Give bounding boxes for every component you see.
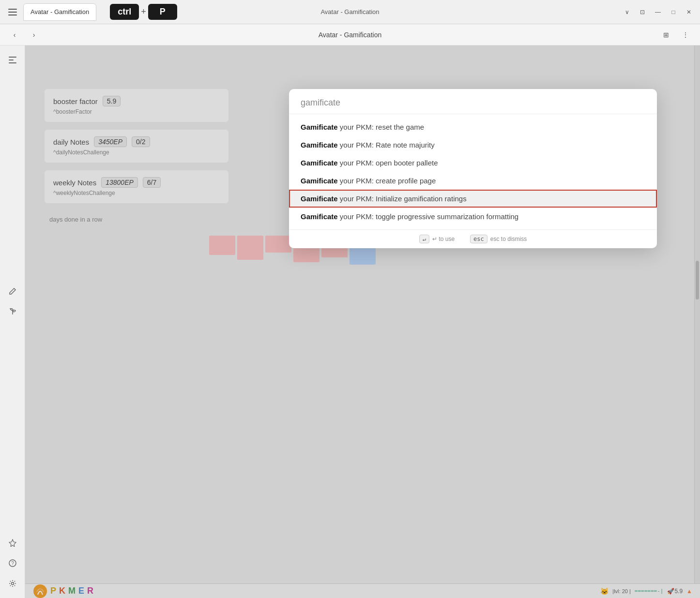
- cp-item-5-bold: Gamificate: [301, 194, 338, 203]
- esc-key-icon: esc: [470, 235, 487, 243]
- forward-button[interactable]: ›: [27, 28, 41, 42]
- sidebar-icon-plant[interactable]: [4, 303, 21, 320]
- cp-item-3-bold: Gamificate: [301, 159, 338, 167]
- window-title: Avatar - Gamification: [320, 8, 379, 15]
- sidebar-toggle-button[interactable]: [6, 5, 19, 19]
- cp-item-6-bold: Gamificate: [301, 212, 338, 221]
- enter-key-icon: ↵: [419, 235, 429, 243]
- cp-item-1-bold: Gamificate: [301, 123, 338, 131]
- cp-item-1-rest: your PKM: reset the game: [338, 123, 424, 131]
- left-sidebar: ?: [0, 45, 25, 598]
- command-palette: gamificate Gamificate your PKM: reset th…: [289, 89, 657, 248]
- minimize-button[interactable]: —: [653, 7, 663, 17]
- svg-rect-3: [9, 57, 16, 58]
- ctrl-key: ctrl: [110, 4, 139, 20]
- p-key: P: [148, 4, 177, 20]
- cp-item-2-bold: Gamificate: [301, 141, 338, 149]
- sidebar-icon-pin[interactable]: [4, 534, 21, 552]
- to-dismiss-label: esc to dismiss: [490, 236, 527, 242]
- cp-item-4-bold: Gamificate: [301, 177, 338, 185]
- svg-rect-5: [9, 62, 16, 63]
- cp-item-6-rest: your PKM: toggle progressive summarizati…: [338, 212, 518, 221]
- svg-text:?: ?: [11, 561, 14, 566]
- more-options-button[interactable]: ⋮: [679, 28, 692, 42]
- title-bar: Avatar - Gamification ctrl + P Avatar - …: [0, 0, 700, 24]
- tab-avatar-gamification[interactable]: Avatar - Gamification: [23, 3, 96, 21]
- sidebar-icon-settings[interactable]: [4, 575, 21, 592]
- window-controls: ∨ ⊡ — □ ✕: [622, 7, 694, 17]
- cp-item-3-rest: your PKM: open booter pallete: [338, 159, 438, 167]
- main-layout: ? booster factor 5.9 ^boosterFactor: [0, 45, 700, 598]
- cp-item-1[interactable]: Gamificate your PKM: reset the game: [289, 118, 657, 136]
- cp-item-6[interactable]: Gamificate your PKM: toggle progressive …: [289, 208, 657, 225]
- title-bar-left: Avatar - Gamification ctrl + P: [6, 3, 177, 21]
- content-area: booster factor 5.9 ^boosterFactor daily …: [25, 45, 700, 598]
- close-button[interactable]: ✕: [684, 7, 694, 17]
- command-palette-results: Gamificate your PKM: reset the game Gami…: [289, 114, 657, 229]
- toolbar-title: Avatar - Gamification: [319, 31, 381, 39]
- sidebar-icon-help[interactable]: ?: [4, 554, 21, 572]
- svg-rect-4: [9, 60, 14, 60]
- cp-item-4-rest: your PKM: create profile page: [338, 177, 436, 185]
- cp-item-2-rest: your PKM: Rate note majurity: [338, 141, 435, 149]
- sidebar-icon-menu[interactable]: [4, 51, 21, 69]
- back-button[interactable]: ‹: [8, 28, 21, 42]
- svg-rect-0: [8, 9, 17, 10]
- command-palette-footer: ↵ ↵ to use esc esc to dismiss: [289, 229, 657, 248]
- cp-item-3[interactable]: Gamificate your PKM: open booter pallete: [289, 154, 657, 172]
- tab-label: Avatar - Gamification: [30, 8, 89, 15]
- reader-view-button[interactable]: ⊞: [659, 28, 673, 42]
- chevron-down-button[interactable]: ∨: [622, 7, 632, 17]
- cp-item-5-selected[interactable]: Gamificate your PKM: Initialize gamifica…: [289, 190, 657, 208]
- svg-rect-2: [8, 15, 17, 15]
- toolbar: ‹ › Avatar - Gamification ⊞ ⋮: [0, 24, 700, 45]
- cp-item-5-rest: your PKM: Initialize gamification rating…: [338, 194, 467, 203]
- svg-point-8: [11, 583, 14, 585]
- svg-rect-1: [8, 12, 17, 13]
- cp-item-2[interactable]: Gamificate your PKM: Rate note majurity: [289, 136, 657, 154]
- command-palette-search[interactable]: gamificate: [289, 89, 657, 114]
- to-use-label: ↵ to use: [432, 236, 455, 242]
- key-combo-display: ctrl + P: [110, 4, 177, 20]
- sidebar-icon-edit[interactable]: [4, 283, 21, 300]
- cp-item-4[interactable]: Gamificate your PKM: create profile page: [289, 172, 657, 190]
- plus-symbol: +: [141, 7, 146, 17]
- split-view-button[interactable]: ⊡: [637, 7, 648, 17]
- maximize-button[interactable]: □: [668, 7, 679, 17]
